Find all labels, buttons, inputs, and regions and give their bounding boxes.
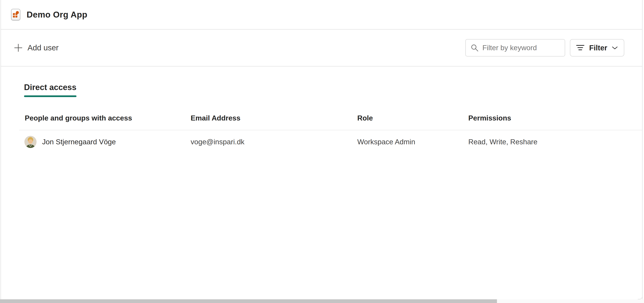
app-tile-icon [11, 9, 20, 20]
add-user-label: Add user [28, 43, 58, 52]
avatar [24, 136, 36, 148]
toolbar: Add user Filter [1, 29, 642, 66]
table-row[interactable]: Jon Stjernegaard Vöge voge@inspari.dk Wo… [1, 136, 642, 148]
page-title: Demo Org App [26, 9, 88, 19]
table-header-row: People and groups with access Email Addr… [1, 114, 642, 122]
filter-button-label: Filter [589, 44, 607, 52]
column-header-role: Role [357, 114, 468, 122]
tab-direct-access[interactable]: Direct access [24, 82, 76, 97]
column-header-permissions: Permissions [468, 114, 642, 122]
person-role: Workspace Admin [357, 138, 468, 146]
column-header-email: Email Address [191, 114, 357, 122]
person-permissions: Read, Write, Reshare [468, 138, 642, 146]
active-tab-indicator [24, 95, 76, 97]
filter-lines-icon [576, 45, 584, 51]
person-name: Jon Stjernegaard Vöge [42, 138, 116, 146]
scrollbar-thumb[interactable] [0, 299, 497, 303]
toolbar-right: Filter [465, 39, 624, 56]
horizontal-scrollbar[interactable] [0, 299, 644, 303]
table-header-divider [19, 130, 642, 130]
person-cell: Jon Stjernegaard Vöge [24, 136, 191, 148]
avatar-image [24, 136, 36, 148]
search-icon [470, 44, 479, 52]
person-email: voge@inspari.dk [191, 138, 357, 146]
filter-button[interactable]: Filter [570, 39, 624, 56]
page-header: Demo Org App [1, 0, 642, 29]
chevron-down-icon [612, 46, 618, 49]
column-header-people: People and groups with access [25, 114, 191, 122]
app-blocks-glyph [12, 11, 19, 18]
keyword-filter-field[interactable] [465, 39, 565, 56]
keyword-filter-input[interactable] [482, 44, 561, 52]
workspace-access-page: Demo Org App Add user [0, 0, 642, 299]
plus-icon [14, 43, 23, 52]
add-user-button[interactable]: Add user [14, 43, 58, 52]
tab-direct-access-label: Direct access [24, 82, 76, 93]
access-table: People and groups with access Email Addr… [1, 114, 642, 148]
